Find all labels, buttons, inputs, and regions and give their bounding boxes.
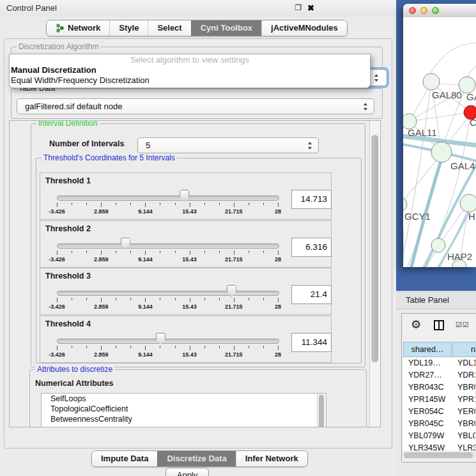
slider-tick <box>145 250 146 255</box>
table-horizontal-scrollbar[interactable] <box>403 452 475 459</box>
table-row[interactable]: YBR045CYBR0 <box>403 418 475 430</box>
slider-tick-label: 9.144 <box>138 303 153 310</box>
algorithm-placeholder-item[interactable]: Select algorithm to view settings <box>10 54 370 65</box>
slider-tick <box>263 203 264 205</box>
threshold-value-field[interactable]: 6.316 <box>291 238 332 257</box>
slider-track[interactable] <box>57 243 279 249</box>
table-settings-gear-icon[interactable]: ⚙ <box>411 318 421 332</box>
slider-tick <box>234 298 234 302</box>
slider-tick-label: 2.859 <box>94 256 109 263</box>
table-row[interactable]: YBR043CYBR0 <box>403 381 475 394</box>
float-window-icon[interactable]: ❐ <box>295 3 302 12</box>
close-panel-icon[interactable]: ✖ <box>307 3 314 13</box>
tab-infer-network[interactable]: Infer Network <box>236 451 307 466</box>
slider-tick-label: 2.859 <box>94 351 109 358</box>
table-data-combobox[interactable]: galFiltered.sif default node <box>17 98 374 114</box>
slider-tick <box>263 346 264 348</box>
network-window-titlebar[interactable] <box>403 4 476 18</box>
slider-tick-label: 28 <box>275 256 281 263</box>
threshold-value-field[interactable]: 21.4 <box>291 285 332 304</box>
slider-tick <box>219 298 220 300</box>
slider-tick <box>160 203 160 205</box>
slider-tick-label: -3.426 <box>49 303 65 310</box>
slider-track[interactable] <box>57 196 279 201</box>
column-layout-icon[interactable] <box>434 320 444 330</box>
slider-tick <box>72 250 72 253</box>
slider-tick <box>204 250 205 253</box>
network-view-window[interactable]: GAL80GACGAL11GAL4GCY1HHAP2 <box>403 4 476 267</box>
discretization-algorithm-title: Discretization Algorithm <box>17 42 100 51</box>
network-edge <box>467 62 476 77</box>
panel-title: Control Panel <box>6 0 57 17</box>
slider-tick-label: 15.43 <box>182 303 197 310</box>
attributes-list-scrollbar[interactable] <box>317 394 325 427</box>
slider-tick <box>190 250 190 255</box>
tab-jactivemnodules[interactable]: jActiveMNodules <box>261 20 347 36</box>
column-header-name[interactable]: na <box>452 342 476 357</box>
slider-tick-label: 2.859 <box>94 303 109 310</box>
slider-track[interactable] <box>57 291 279 296</box>
slider-tick <box>263 298 264 300</box>
network-node[interactable] <box>403 197 407 211</box>
tab-network[interactable]: Network <box>47 20 109 36</box>
table-row[interactable]: YER054CYER0 <box>403 406 475 418</box>
network-node[interactable] <box>431 142 452 162</box>
table-panel-title: Table Panel <box>406 291 449 309</box>
numerical-attributes-list[interactable]: SelfLoopsTopologicalCoefficientBetweenne… <box>41 393 326 427</box>
slider-tick-label: 28 <box>275 351 281 358</box>
zoom-traffic-light-icon[interactable] <box>432 7 439 14</box>
table-row[interactable]: YPR145WYPR1 <box>403 394 475 406</box>
slider-tick-label: -3.426 <box>49 256 65 263</box>
slider-tick <box>130 250 131 253</box>
attribute-item[interactable]: SelfLoops <box>42 394 326 404</box>
attribute-item[interactable]: TopologicalCoefficient <box>42 404 326 414</box>
network-canvas[interactable]: GAL80GACGAL11GAL4GCY1HHAP2 <box>403 17 476 267</box>
table-row[interactable]: YBL079WYBL0 <box>403 430 475 442</box>
table-row[interactable]: YLR345WYLR3 <box>403 442 475 450</box>
number-of-intervals-combobox[interactable]: 5 <box>137 137 319 153</box>
network-node[interactable] <box>431 238 445 252</box>
slider-tick <box>86 203 87 205</box>
network-node[interactable] <box>460 194 476 212</box>
network-node-label: GAL11 <box>408 127 437 138</box>
table-rows[interactable]: YDL19…YDL1YDR27…YDR2YBR043CYBR0YPR145WYP… <box>403 357 475 450</box>
threshold-value-field[interactable]: 14.713 <box>291 190 332 209</box>
tab-discretize-data[interactable]: Discretize Data <box>157 451 235 466</box>
slider-tick-label: 21.715 <box>225 208 243 215</box>
algorithm-item-manual-discretization[interactable]: Manual Discretization <box>10 65 370 75</box>
table-row[interactable]: YDR27…YDR2 <box>403 369 475 381</box>
tab-cyni-toolbox[interactable]: Cyni Toolbox <box>191 20 261 36</box>
slider-tick <box>145 298 146 302</box>
network-node[interactable] <box>423 73 440 90</box>
threshold-value-field[interactable]: 11.344 <box>291 333 332 352</box>
slider-tick <box>234 250 234 255</box>
network-node-label: HAP2 <box>447 251 472 262</box>
slider-tick <box>234 203 234 207</box>
slider-tick <box>57 203 58 207</box>
column-header-shared-name[interactable]: shared… <box>403 342 452 357</box>
tab-impute-data[interactable]: Impute Data <box>92 451 157 466</box>
settings-vertical-scrollbar[interactable] <box>369 121 380 427</box>
slider-track[interactable] <box>57 339 279 344</box>
algorithm-item-equal-width-frequency-discretization[interactable]: Equal Width/Frequency Discretization <box>10 75 370 86</box>
tab-select[interactable]: Select <box>148 20 190 36</box>
number-of-intervals-value: 5 <box>146 138 150 153</box>
slider-tick-label: 9.144 <box>138 208 153 215</box>
slider-tick <box>116 250 116 253</box>
minimize-traffic-light-icon[interactable] <box>420 7 427 14</box>
slider-tick <box>72 346 72 348</box>
table-row[interactable]: YDL19…YDL1 <box>403 357 475 369</box>
threshold-label: Threshold 3 <box>45 272 91 280</box>
slider-tick-label: 15.43 <box>182 208 197 215</box>
slider-tick <box>219 203 220 205</box>
slider-tick <box>145 346 146 350</box>
slider-tick <box>219 250 220 253</box>
apply-button[interactable]: Apply <box>165 468 209 476</box>
slider-tick <box>175 346 176 348</box>
attribute-item[interactable]: BetweennessCentrality <box>42 414 326 424</box>
slider-tick <box>219 346 220 348</box>
tab-style[interactable]: Style <box>109 20 148 36</box>
select-columns-icon[interactable]: ☑☑ <box>456 321 470 329</box>
slider-tick <box>278 250 279 255</box>
close-traffic-light-icon[interactable] <box>409 7 416 14</box>
